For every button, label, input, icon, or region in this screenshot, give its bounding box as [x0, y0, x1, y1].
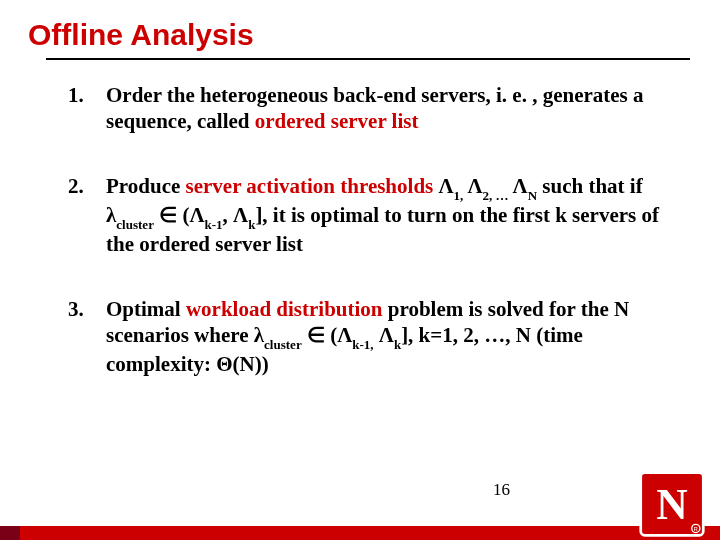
list-item: Produce server activation thresholds Λ1,…	[62, 173, 680, 258]
slide-content: Order the heterogeneous back-end servers…	[0, 60, 720, 378]
footer-accent	[0, 526, 20, 540]
item-text: Produce server activation thresholds Λ1,…	[106, 174, 659, 257]
list-item: Order the heterogeneous back-end servers…	[62, 82, 680, 135]
numbered-list: Order the heterogeneous back-end servers…	[62, 82, 680, 378]
list-item: Optimal workload distribution problem is…	[62, 296, 680, 378]
slide-title: Offline Analysis	[0, 0, 720, 58]
item-text: Optimal workload distribution problem is…	[106, 297, 629, 377]
page-number: 16	[493, 480, 510, 500]
svg-text:R: R	[694, 526, 698, 532]
logo-letter: N	[656, 480, 687, 528]
footer-bar	[0, 526, 720, 540]
item-emphasis: ordered server list	[255, 109, 419, 133]
nebraska-logo-icon: N R	[638, 470, 706, 538]
slide: Offline Analysis Order the heterogeneous…	[0, 0, 720, 540]
